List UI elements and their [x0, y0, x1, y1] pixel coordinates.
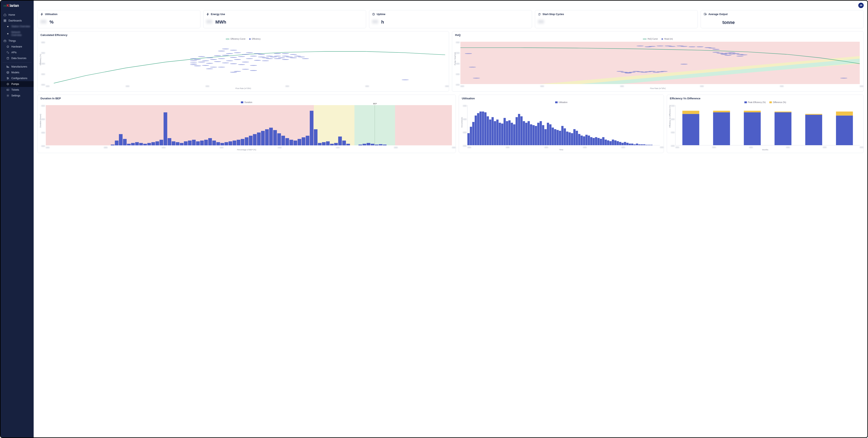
svg-rect-198 [477, 113, 479, 145]
svg-point-121 [469, 67, 476, 67]
svg-point-110 [624, 73, 632, 74]
svg-rect-133 [131, 143, 135, 145]
svg-point-105 [736, 56, 744, 57]
svg-point-7 [7, 77, 7, 78]
svg-point-93 [709, 48, 716, 49]
logo-text: larian [10, 3, 19, 8]
nav-label: Things [8, 39, 16, 42]
svg-rect-258 [621, 143, 624, 145]
svg-rect-237 [571, 133, 573, 145]
nav-label: Tickets [11, 88, 19, 91]
svg-point-20 [194, 65, 201, 66]
legend-dot-icon [661, 38, 663, 40]
legend-label: Duration [244, 101, 252, 104]
nav-pumps[interactable]: Pumps [1, 81, 34, 87]
svg-rect-136 [143, 144, 147, 145]
nav-tickets[interactable]: Tickets [1, 87, 34, 93]
chart-canvas [467, 105, 660, 145]
kpi-label: Average Output [708, 13, 727, 16]
svg-point-77 [230, 72, 237, 73]
nav-hardware[interactable]: Hardware [1, 44, 34, 50]
legend-bar-icon [555, 101, 558, 103]
svg-rect-159 [237, 140, 241, 145]
chart-legend: Duration [40, 101, 453, 104]
svg-point-37 [222, 55, 229, 56]
svg-rect-249 [600, 139, 602, 145]
svg-point-35 [218, 51, 225, 51]
nav-settings[interactable]: Settings [1, 93, 34, 98]
svg-rect-242 [583, 136, 585, 145]
svg-point-59 [266, 56, 273, 57]
svg-point-106 [740, 55, 747, 55]
svg-point-16 [190, 64, 197, 65]
svg-rect-142 [167, 138, 171, 145]
svg-rect-240 [578, 134, 580, 145]
kpi-unit: % [50, 20, 54, 25]
svg-rect-189 [367, 143, 370, 145]
nav-fav-2[interactable]: ★ Network Overview [1, 29, 34, 38]
svg-rect-261 [629, 144, 631, 145]
svg-rect-157 [228, 142, 232, 146]
nav-home[interactable]: Home [1, 12, 34, 18]
nav-data-sources[interactable]: Data Sources [1, 55, 34, 61]
logo-k: K [7, 3, 9, 8]
legend-line-icon [226, 39, 229, 39]
pump-icon [6, 83, 9, 86]
kpi-value-blurred [704, 19, 720, 24]
svg-rect-220 [530, 124, 532, 145]
chip-icon [6, 45, 9, 48]
svg-point-52 [250, 65, 257, 66]
svg-point-69 [294, 56, 301, 57]
svg-rect-197 [475, 115, 477, 145]
svg-rect-219 [527, 121, 530, 145]
legend-label: Efficiency Curve [230, 38, 245, 40]
nav-things[interactable]: Things [1, 38, 34, 44]
svg-rect-244 [588, 136, 590, 145]
svg-point-71 [302, 58, 309, 59]
svg-rect-141 [164, 112, 167, 145]
svg-rect-200 [482, 112, 484, 145]
nav-configurations[interactable]: Configurations [1, 76, 34, 81]
nav-apis[interactable]: APIs [1, 50, 34, 55]
home-icon [3, 13, 6, 16]
svg-rect-154 [216, 142, 220, 145]
user-avatar[interactable]: JR [858, 3, 864, 8]
svg-rect-235 [566, 132, 568, 145]
bolt-icon [40, 13, 43, 16]
nav-models[interactable]: Models [1, 69, 34, 76]
svg-rect-15 [46, 42, 445, 84]
svg-point-111 [629, 72, 636, 73]
y-axis-label: Occurrences [461, 117, 463, 127]
svg-rect-164 [257, 133, 261, 145]
svg-point-73 [282, 53, 289, 54]
svg-rect-150 [200, 141, 204, 145]
svg-rect-139 [155, 142, 159, 146]
svg-rect-276 [744, 111, 761, 112]
svg-rect-135 [139, 143, 143, 145]
nav-manufacturers[interactable]: Manufacturers [1, 64, 34, 69]
svg-point-82 [637, 46, 644, 47]
svg-point-76 [242, 69, 249, 69]
svg-rect-176 [306, 136, 309, 145]
svg-point-38 [222, 49, 229, 49]
svg-rect-181 [326, 142, 330, 146]
svg-rect-246 [592, 138, 595, 145]
svg-rect-151 [204, 140, 208, 145]
x-axis-label: Time [559, 149, 563, 151]
kpi-uptime: Uptime 00h [369, 10, 532, 28]
svg-rect-222 [535, 126, 537, 145]
svg-point-57 [258, 54, 265, 55]
svg-rect-230 [554, 129, 556, 145]
svg-point-74 [290, 54, 297, 55]
svg-point-78 [234, 71, 241, 72]
svg-point-119 [660, 71, 668, 72]
nav-fav-1[interactable]: ★ Station Overview [1, 24, 34, 29]
factory-icon [6, 65, 9, 68]
chart-canvas [460, 42, 860, 84]
nav-dashboards[interactable]: Dashboards [1, 18, 34, 24]
kpi-value-blurred: 00 [372, 19, 379, 25]
chart-title: Efficiency Vs Difference [670, 97, 861, 100]
svg-point-23 [198, 56, 205, 57]
svg-point-44 [234, 59, 241, 60]
svg-rect-182 [330, 144, 334, 145]
